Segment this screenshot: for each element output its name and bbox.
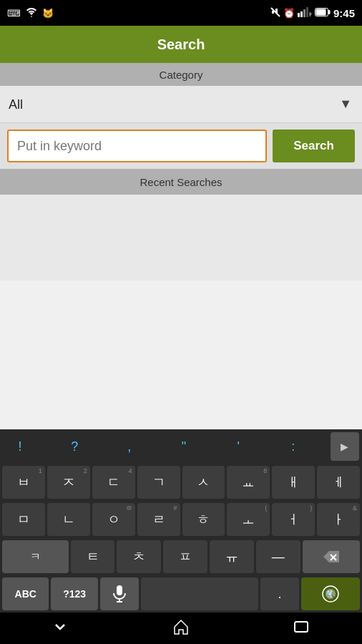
keyboard-row-1: 1 ㅂ 2 ㅈ 4 ㄷ ㄱ ㅅ 8 ㅛ ㅐ ㅔ [0,464,362,501]
key-giyeok[interactable]: ㄱ [137,466,180,499]
key-exclamation[interactable]: ! [3,432,37,461]
key-ae[interactable]: ㅐ [272,466,315,499]
key-colon[interactable]: : [276,432,310,461]
navigation-bar [0,613,362,644]
key-num123[interactable]: ?123 [51,577,97,610]
status-icons-right: ⏰ H 9:45 [270,7,355,19]
category-label-bar: Category [0,63,362,86]
svg-rect-4 [306,7,308,17]
svg-text:H: H [309,11,312,17]
key-kieuk[interactable]: ㅋ [2,540,69,573]
key-single-quote[interactable]: ' [221,432,255,461]
key-o[interactable]: ( ㅗ [227,503,270,536]
key-yu[interactable]: ㅠ [210,540,254,573]
keyboard: ! ? , " ' : ▶ 1 ㅂ 2 ㅈ 4 ㄷ ㄱ ㅅ 8 ㅛ ㅐ [0,429,362,613]
back-nav-icon[interactable] [52,618,69,639]
svg-rect-3 [303,9,305,17]
alarm-icon: ⏰ [283,8,295,19]
keyboard-row-2: ㅁ ㄴ @ ㅇ # ㄹ ㅎ ( ㅗ ) ㅓ & ㅏ [0,501,362,538]
recent-label: Recent Searches [140,176,222,188]
key-rieul[interactable]: # ㄹ [137,503,180,536]
mute-icon [270,7,280,19]
svg-rect-1 [298,13,300,17]
key-eo[interactable]: ) ㅓ [272,503,315,536]
key-siot[interactable]: ㅅ [182,466,225,499]
key-question[interactable]: ? [57,432,92,461]
recents-nav-icon[interactable] [293,620,310,637]
key-abc[interactable]: ABC [2,577,49,610]
status-bar: ⌨ 🐱 ⏰ H [0,0,362,26]
key-hieut[interactable]: ㅎ [182,503,225,536]
key-nieun[interactable]: ㄴ [47,503,90,536]
content-area [0,195,362,280]
key-bieup[interactable]: 1 ㅂ [2,466,45,499]
wifi-icon [25,7,38,19]
signal-icon: H [298,7,312,19]
period-key[interactable]: . [260,577,300,610]
svg-rect-7 [328,10,331,14]
svg-rect-17 [295,622,308,632]
category-dropdown-wrapper[interactable]: All Category 1 Category 2 ▼ [0,86,362,123]
key-dash[interactable]: — [256,540,300,573]
search-row: Search [0,123,362,169]
key-yo[interactable]: 8 ㅛ [227,466,270,499]
keyboard-bottom-row: ABC ?123 . 🔍 [0,575,362,613]
home-nav-icon[interactable] [172,618,190,639]
keyword-input[interactable] [7,130,267,162]
space-key[interactable] [141,577,258,610]
key-mieum[interactable]: ㅁ [2,503,45,536]
key-tieut[interactable]: ㅌ [71,540,115,573]
backspace-key[interactable] [303,540,360,573]
keyboard-row-3: ㅋ ㅌ ㅊ ㅍ ㅠ — [0,538,362,575]
key-arrow-right[interactable]: ▶ [331,432,359,461]
keyboard-icon: ⌨ [7,8,21,19]
battery-icon [315,8,331,19]
key-chieut[interactable]: ㅊ [117,540,161,573]
key-ieung[interactable]: @ ㅇ [92,503,135,536]
app-header: Search [0,26,362,63]
svg-rect-11 [117,585,122,595]
keyboard-special-row: ! ? , " ' : ▶ [0,429,362,464]
category-dropdown[interactable]: All Category 1 Category 2 [9,90,353,119]
key-digeut[interactable]: 4 ㄷ [92,466,135,499]
enter-key[interactable]: 🔍 [301,577,360,610]
key-jieut[interactable]: 2 ㅈ [47,466,90,499]
category-label: Category [160,69,203,81]
recent-searches-bar: Recent Searches [0,169,362,195]
key-a[interactable]: & ㅏ [317,503,360,536]
status-icons-left: ⌨ 🐱 [7,7,54,19]
search-button[interactable]: Search [273,130,355,162]
key-comma[interactable]: , [112,432,147,461]
svg-rect-2 [300,11,303,17]
svg-rect-8 [315,9,326,15]
mic-key[interactable] [100,577,140,610]
key-double-quote[interactable]: " [167,432,201,461]
status-time: 9:45 [333,7,355,19]
key-pieup[interactable]: ㅍ [163,540,207,573]
key-e[interactable]: ㅔ [317,466,360,499]
svg-text:🔍: 🔍 [326,589,336,599]
cat-icon: 🐱 [42,8,54,19]
app-title: Search [157,36,205,53]
